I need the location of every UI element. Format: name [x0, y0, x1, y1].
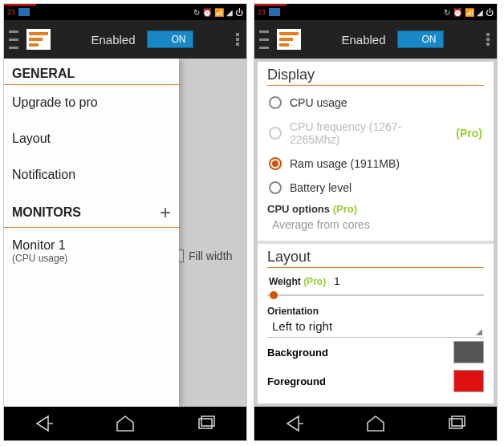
section-general: GENERAL: [4, 59, 179, 85]
sync-icon: ↻: [444, 8, 450, 17]
status-app-icon: [18, 8, 30, 16]
back-icon[interactable]: [34, 413, 55, 434]
cpu-options-value: Average from cores: [267, 215, 484, 233]
display-card: Display CPU usage CPU frequency (1267-22…: [258, 62, 494, 241]
display-header: Display: [267, 67, 484, 86]
pro-badge: (Pro): [303, 276, 326, 287]
enabled-toggle[interactable]: ON: [147, 30, 193, 48]
action-bar: Enabled ON: [254, 20, 497, 59]
status-bar: 23 ↻ ⏰ 📶 ◢ ⏻: [4, 4, 246, 20]
wifi-icon: 📶: [465, 8, 474, 17]
recents-icon[interactable]: [446, 413, 467, 434]
overflow-icon[interactable]: [234, 33, 242, 46]
foreground-swatch[interactable]: [453, 370, 484, 392]
recents-icon[interactable]: [196, 413, 217, 434]
enabled-label: Enabled: [91, 33, 135, 47]
power-icon: ⏻: [235, 8, 243, 17]
pro-badge: (Pro): [333, 203, 357, 215]
nav-bar: [4, 407, 246, 440]
alarm-icon: ⏰: [453, 8, 462, 17]
status-app-icon: [269, 8, 280, 16]
enabled-toggle[interactable]: ON: [397, 30, 444, 48]
status-number: 23: [7, 8, 15, 16]
status-icons: ↻ ⏰ 📶 ◢ ⏻: [444, 8, 494, 17]
pro-badge: (Pro): [456, 127, 482, 140]
radio-icon: [269, 96, 282, 109]
background-swatch[interactable]: [453, 341, 484, 363]
back-icon[interactable]: [284, 413, 305, 434]
drawer-item-upgrade[interactable]: Upgrade to pro: [4, 85, 179, 121]
overflow-icon[interactable]: [484, 33, 492, 46]
fill-width-label: Fill width: [189, 249, 232, 262]
toggle-text: ON: [422, 34, 437, 45]
screen-right: 23 ↻ ⏰ 📶 ◢ ⏻ Enabled ON: [254, 3, 498, 441]
action-bar: Enabled ON: [4, 20, 246, 59]
toggle-text: ON: [172, 34, 186, 45]
drawer-item-layout[interactable]: Layout: [4, 121, 179, 157]
monitor1-sub: (CPU usage): [12, 253, 171, 264]
orientation-select[interactable]: Left to right: [267, 317, 484, 338]
radio-icon: [269, 181, 282, 194]
drawer-item-monitor1[interactable]: Monitor 1 (CPU usage): [4, 228, 179, 275]
drawer-icon[interactable]: [259, 27, 270, 51]
foreground-row[interactable]: Foreground: [267, 367, 484, 395]
sync-icon: ↻: [193, 8, 200, 17]
layout-header: Layout: [267, 249, 484, 268]
background-label: Background: [267, 347, 328, 359]
screen-left: 23 ↻ ⏰ 📶 ◢ ⏻ Enabled ON: [3, 3, 247, 441]
foreground-label: Foreground: [267, 375, 326, 387]
weight-label: Weight (Pro): [269, 276, 326, 287]
background-row[interactable]: Background: [267, 338, 484, 367]
radio-cpu-frequency: CPU frequency (1267-2265Mhz) (Pro): [267, 115, 484, 152]
radio-icon: [269, 157, 282, 170]
wifi-icon: 📶: [214, 8, 224, 17]
nav-bar: [254, 407, 497, 440]
radio-ram-usage[interactable]: Ram usage (1911MB): [267, 152, 484, 176]
weight-value: 1: [334, 275, 339, 287]
weight-slider[interactable]: [267, 294, 484, 296]
layout-card: Layout Weight (Pro) 1 Orientation Left t…: [258, 244, 494, 403]
status-icons: ↻ ⏰ 📶 ◢ ⏻: [193, 8, 243, 17]
add-monitor-icon[interactable]: +: [160, 201, 171, 224]
status-number: 23: [258, 8, 266, 16]
home-icon[interactable]: [365, 413, 386, 434]
radio-icon: [269, 127, 282, 140]
cpu-options-label: CPU options (Pro): [267, 200, 484, 215]
navigation-drawer: GENERAL Upgrade to pro Layout Notificati…: [4, 59, 179, 407]
drawer-icon[interactable]: [9, 27, 20, 51]
home-icon[interactable]: [115, 413, 136, 434]
network-icon: ◢: [477, 8, 483, 17]
orientation-label: Orientation: [267, 301, 484, 317]
status-bar: 23 ↻ ⏰ 📶 ◢ ⏻: [254, 4, 497, 20]
monitor1-label: Monitor 1: [12, 238, 171, 253]
alarm-icon: ⏰: [202, 8, 212, 17]
drawer-item-notification[interactable]: Notification: [4, 157, 179, 193]
app-logo-icon[interactable]: [277, 29, 301, 50]
radio-battery-level[interactable]: Battery level: [267, 176, 484, 200]
slider-thumb-icon: [270, 291, 278, 299]
power-icon: ⏻: [486, 8, 494, 17]
app-logo-icon[interactable]: [26, 29, 51, 50]
radio-cpu-usage[interactable]: CPU usage: [267, 91, 484, 115]
enabled-label: Enabled: [341, 33, 385, 47]
network-icon: ◢: [226, 8, 233, 17]
section-monitors: MONITORS +: [4, 193, 179, 228]
